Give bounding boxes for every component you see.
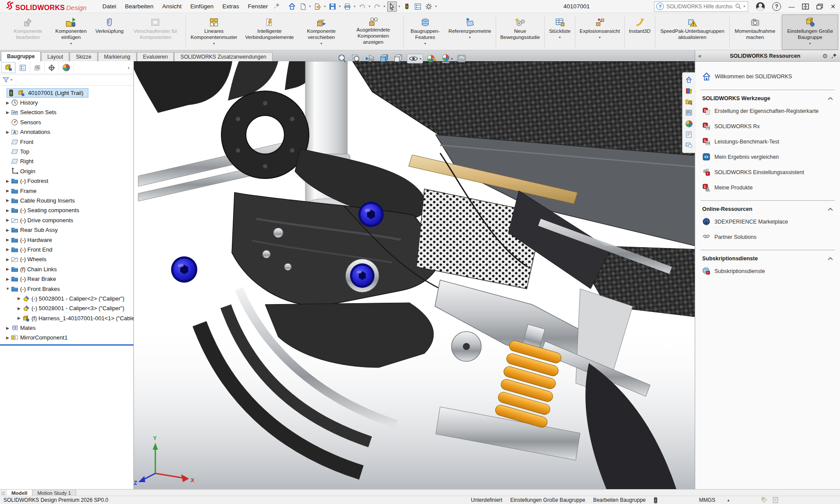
expand-arrow-icon[interactable]: ▶ xyxy=(5,326,10,330)
home-button[interactable] xyxy=(287,1,297,12)
scene-dropdown-caret[interactable]: ▾ xyxy=(451,57,453,61)
expand-arrow-icon[interactable]: ▶ xyxy=(16,306,22,311)
tree-item-wheels[interactable]: ▶(-) Wheels xyxy=(0,255,133,264)
close-icon[interactable]: ✕ xyxy=(830,3,836,10)
expand-arrow-icon[interactable]: ▶ xyxy=(5,189,10,193)
tree-item-caliper-2[interactable]: ▶(-) 50028001 - Caliper<2> ("Caliper") xyxy=(0,294,133,303)
tab-configuration-manager[interactable] xyxy=(30,62,45,73)
tree-item-frame[interactable]: ▶Frame xyxy=(0,186,133,196)
link-solidworks-rx[interactable]: SOLIDWORKS Rx xyxy=(695,119,840,134)
print-dropdown-caret[interactable]: ▾ xyxy=(354,4,355,8)
tab-custom-properties[interactable] xyxy=(682,129,695,140)
tree-item-chain-links[interactable]: ▶(f) Chain Links xyxy=(0,264,133,274)
expand-arrow-icon[interactable]: ▶ xyxy=(5,247,10,252)
welcome-link[interactable]: Willkommen bei SOLIDWORKS xyxy=(695,69,840,84)
help-icon[interactable]: ? xyxy=(772,2,781,11)
graphics-viewport[interactable]: Y X Z xyxy=(134,61,699,489)
show-hidden-components-button[interactable]: Ausgeblendete Komponenten anzeigen xyxy=(344,14,402,50)
quick-tip-tag-icon[interactable] xyxy=(761,497,768,504)
zoom-fit-button[interactable] xyxy=(337,53,347,64)
insert-components-button[interactable]: Komponenten einfügen▾ xyxy=(50,14,92,50)
units-dropdown-caret[interactable]: ▲ xyxy=(727,498,730,502)
status-list-icon[interactable] xyxy=(772,497,779,504)
link-property-tab-builder[interactable]: Erstellung der Eigenschaften-Registerkar… xyxy=(695,103,840,119)
options-dropdown-caret[interactable]: ▾ xyxy=(435,4,437,8)
open-dropdown-caret[interactable]: ▾ xyxy=(324,4,326,8)
tree-item-rear-brake[interactable]: ▶(-) Rear Brake xyxy=(0,274,133,284)
tree-item-front-plane[interactable]: Front xyxy=(0,137,133,147)
section-werkzeuge-header[interactable]: SOLIDWORKS Werkzeuge xyxy=(695,93,840,103)
tab-layout[interactable]: Layout xyxy=(41,52,69,61)
edit-appearance-button[interactable] xyxy=(427,53,437,64)
tree-item-harness[interactable]: ▶(f) Harness_1-40107001-001<1> ("Cable") xyxy=(0,313,133,323)
tree-item-caliper-3[interactable]: ▶(-) 50028001 - Caliper<3> ("Caliper") xyxy=(0,304,133,313)
tab-forum[interactable] xyxy=(682,140,695,151)
preview-window-button[interactable]: Vorschaufenster für Komponenten xyxy=(126,14,184,50)
mate-button[interactable]: Verknüpfung xyxy=(92,14,127,50)
tab-file-explorer[interactable] xyxy=(682,96,695,107)
properties-button[interactable] xyxy=(413,1,423,12)
tree-item-sensors[interactable]: Sensors xyxy=(0,117,133,127)
tree-item-origin[interactable]: Origin xyxy=(0,166,133,176)
search-icon[interactable] xyxy=(735,3,742,10)
collapse-arrow-icon[interactable]: ▼ xyxy=(5,287,10,291)
zoom-area-button[interactable] xyxy=(351,53,361,64)
select-tool-button[interactable] xyxy=(387,1,397,12)
units-selector[interactable]: MMGS xyxy=(699,497,715,503)
pane-split-icon[interactable] xyxy=(802,4,809,10)
tree-item-mates[interactable]: ▶Mates xyxy=(0,323,133,332)
display-style-button[interactable] xyxy=(393,53,403,64)
assembly-features-button[interactable]: Baugruppen-Features▾ xyxy=(405,14,445,50)
menu-datei[interactable]: Datei xyxy=(98,0,121,13)
tree-item-rear-sub-assy[interactable]: ▶Rear Sub Assy xyxy=(0,225,133,234)
tab-view-palette[interactable] xyxy=(682,107,695,118)
exploded-view-button[interactable]: Explosionsansicht▾ xyxy=(577,14,623,50)
tab-dimxpert-manager[interactable] xyxy=(45,62,59,73)
redo-dropdown-caret[interactable]: ▾ xyxy=(383,4,385,8)
expand-arrow-icon[interactable]: ▶ xyxy=(5,218,10,222)
section-online-header[interactable]: Online-Ressourcen xyxy=(695,203,840,214)
expand-arrow-icon[interactable]: ▶ xyxy=(5,198,10,203)
print-button[interactable] xyxy=(343,1,352,12)
expand-arrow-icon[interactable]: ▶ xyxy=(5,257,10,262)
tree-item-footrest[interactable]: ▶(-) Footrest xyxy=(0,176,133,186)
tree-item-selection-sets[interactable]: ▶Selection Sets xyxy=(0,108,133,117)
tab-baugruppe[interactable]: Baugruppe xyxy=(1,51,41,61)
dropdown-caret[interactable]: ▾ xyxy=(213,42,215,45)
expand-arrow-icon[interactable]: ▶ xyxy=(5,228,10,232)
tab-zusatzanwendungen[interactable]: SOLIDWORKS Zusatzanwendungen xyxy=(174,52,272,61)
tree-item-mirror-component[interactable]: ▶MirrorComponent1 xyxy=(0,333,133,343)
bom-button[interactable]: Stückliste▾ xyxy=(546,14,574,50)
move-component-button[interactable]: Komponente verschieben▾ xyxy=(298,14,344,50)
filter-funnel-icon[interactable] xyxy=(2,76,10,84)
hide-show-items-button[interactable]: ▾ xyxy=(407,54,423,63)
expand-arrow-icon[interactable]: ▶ xyxy=(5,179,10,183)
tab-skizze[interactable]: Skizze xyxy=(70,52,97,61)
view-orientation-button[interactable] xyxy=(379,53,389,64)
section-view-button[interactable] xyxy=(365,53,375,64)
task-pane-gear-icon[interactable]: ⚙ xyxy=(822,52,828,60)
account-icon[interactable] xyxy=(756,2,765,11)
menu-ansicht[interactable]: Ansicht xyxy=(158,0,186,13)
speedpak-update-button[interactable]: SpeedPak-Unterbaugruppen aktualisieren xyxy=(657,14,728,50)
large-assembly-settings-button[interactable]: Einstellungen Große Baugruppe▾ xyxy=(782,14,838,50)
link-marketplace[interactable]: 3DEXPERIENCE Marketplace xyxy=(695,214,840,229)
help-search[interactable]: ? ▾ xyxy=(654,1,748,12)
tree-item-top-plane[interactable]: Top xyxy=(0,147,133,156)
expand-arrow-icon[interactable]: ▶ xyxy=(5,110,10,115)
help-search-input[interactable] xyxy=(665,3,733,10)
options-button[interactable] xyxy=(424,1,434,12)
smart-fasteners-button[interactable]: Intelligente Verbindungselemente xyxy=(241,14,298,50)
tab-feature-manager[interactable] xyxy=(1,62,16,73)
tab-solidworks-resources[interactable] xyxy=(682,74,695,85)
apply-scene-button[interactable]: ▾ xyxy=(441,53,453,64)
minimize-icon[interactable]: — xyxy=(788,3,794,10)
reference-geometry-button[interactable]: Referenzgeometrie▾ xyxy=(445,14,494,50)
link-partner-solutions[interactable]: Partner Solutions xyxy=(695,229,840,245)
new-document-button[interactable] xyxy=(298,1,308,12)
dropdown-caret[interactable]: ▾ xyxy=(599,35,601,39)
expand-arrow-icon[interactable]: ▶ xyxy=(16,316,22,320)
collapse-taskpane-icon[interactable]: « xyxy=(698,52,708,59)
expand-arrow-icon[interactable]: ▶ xyxy=(5,130,10,134)
undo-dropdown-caret[interactable]: ▾ xyxy=(368,4,370,8)
